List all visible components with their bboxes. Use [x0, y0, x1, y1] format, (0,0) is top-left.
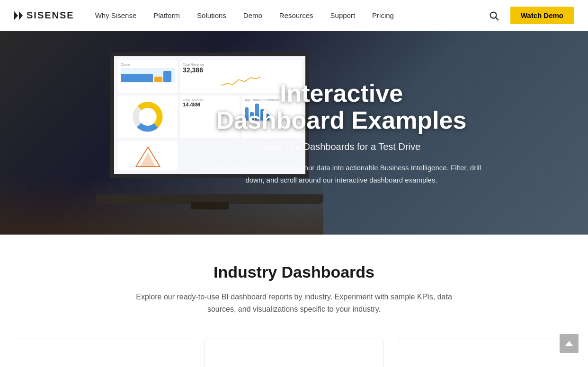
- headset-icon: [85, 360, 118, 367]
- logo[interactable]: SISENSE: [14, 10, 74, 21]
- hero-title-line1: Interactive: [280, 79, 403, 107]
- hands-overlay: [0, 178, 323, 235]
- nav-right: Watch Demo: [485, 7, 574, 25]
- watch-demo-button[interactable]: Watch Demo: [510, 7, 574, 24]
- megaphone-icon: [277, 360, 311, 367]
- hero-section: Churn Total Revenue 32,386: [0, 31, 588, 235]
- logo-chevron-2: [19, 11, 23, 20]
- total-revenue-label: Total Revenue: [183, 63, 299, 66]
- dash-card-triangle: [118, 140, 178, 170]
- nav-links: Why Sisense Platform Solutions Demo Reso…: [89, 8, 485, 23]
- nav-item-platform[interactable]: Platform: [147, 8, 187, 23]
- nav-item-demo[interactable]: Demo: [237, 8, 269, 23]
- megaphone-icon-area: [275, 358, 313, 367]
- scroll-top-arrow-icon: [565, 341, 573, 346]
- svg-point-5: [140, 109, 155, 124]
- nav-item-why-sisense[interactable]: Why Sisense: [89, 8, 143, 23]
- industry-card-marketing[interactable]: [205, 339, 383, 367]
- nav-item-resources[interactable]: Resources: [273, 8, 320, 23]
- logo-chevron-1: [14, 11, 18, 20]
- scroll-to-top-button[interactable]: [560, 334, 579, 353]
- headset-icon-area: [82, 358, 120, 367]
- dash-card-1: Churn: [118, 60, 178, 93]
- industry-card-support[interactable]: [12, 339, 190, 367]
- nav-item-support[interactable]: Support: [324, 8, 362, 23]
- svg-marker-7: [140, 153, 155, 167]
- hero-subtitle: Take Our Dashboards for a Test Drive: [199, 141, 483, 152]
- industry-card-finance[interactable]: [398, 339, 576, 367]
- industry-cards: [5, 339, 583, 367]
- industry-section: Industry Dashboards Explore our ready-to…: [0, 235, 588, 367]
- hero-title: Interactive Dashboard Examples: [199, 80, 483, 134]
- nav-item-pricing[interactable]: Pricing: [365, 8, 401, 23]
- industry-description: Explore our ready-to-use BI dashboard re…: [128, 291, 460, 315]
- total-revenue-num: 32,386: [183, 66, 299, 74]
- hero-title-line2: Dashboard Examples: [216, 106, 467, 134]
- search-icon: [489, 10, 499, 21]
- money-icon-area: [468, 358, 506, 367]
- money-icon: [470, 360, 503, 367]
- navbar: SISENSE Why Sisense Platform Solutions D…: [0, 0, 588, 31]
- logo-chevrons: [14, 11, 23, 20]
- search-button[interactable]: [485, 7, 503, 25]
- svg-line-1: [496, 17, 498, 20]
- logo-text: SISENSE: [27, 10, 74, 21]
- nav-item-solutions[interactable]: Solutions: [190, 8, 233, 23]
- industry-title: Industry Dashboards: [19, 263, 569, 281]
- hero-text-area: Interactive Dashboard Examples Take Our …: [180, 80, 502, 186]
- dash-card-donut: [118, 96, 178, 138]
- hero-description: See how easy it is to transform your dat…: [199, 162, 483, 186]
- logo-icon: [14, 11, 23, 20]
- dash-label-1: Churn: [121, 63, 175, 66]
